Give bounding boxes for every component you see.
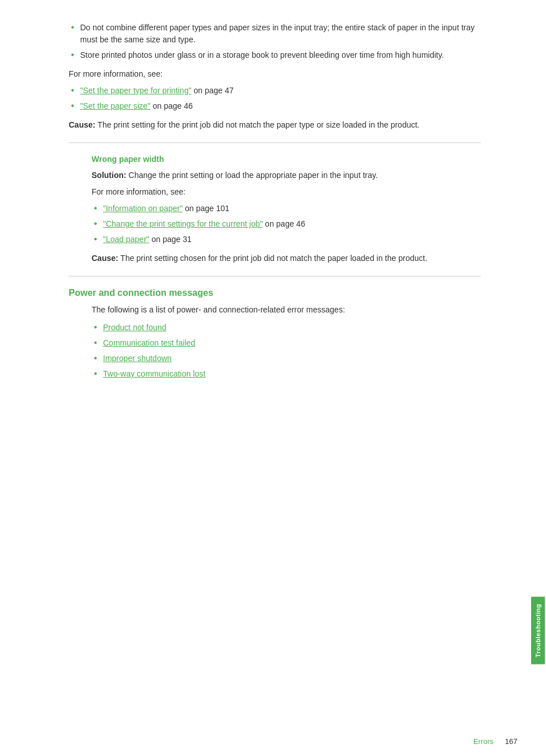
for-more-info-1: For more information, see: (69, 68, 481, 80)
link-item-change-print[interactable]: "Change the print settings for the curre… (92, 218, 481, 230)
link-item-info-paper[interactable]: "Information on paper" on page 101 (92, 203, 481, 215)
link-item-two-way-comm[interactable]: Two-way communication lost (92, 368, 481, 380)
cause-1: Cause: The print setting for the print j… (69, 119, 481, 131)
footer: Errors 167 (473, 737, 517, 746)
link-comm-test-failed[interactable]: Communication test failed (103, 338, 195, 347)
link-paper-type[interactable]: "Set the paper type for printing" (80, 86, 191, 95)
link-item-product-not-found[interactable]: Product not found (92, 322, 481, 334)
wrong-paper-width-section: Wrong paper width Solution: Change the p… (69, 155, 481, 264)
link-improper-shutdown[interactable]: Improper shutdown (103, 354, 172, 363)
power-connection-section: Power and connection messages The follow… (69, 288, 481, 380)
link-item-comm-test-failed[interactable]: Communication test failed (92, 337, 481, 349)
section1-links-list: "Information on paper" on page 101 "Chan… (92, 203, 481, 246)
power-connection-intro: The following is a list of power- and co… (92, 304, 481, 316)
link-load-paper[interactable]: "Load paper" (103, 235, 149, 244)
wrong-paper-width-heading: Wrong paper width (92, 155, 481, 164)
for-more-info-2: For more information, see: (92, 186, 481, 198)
link-item-improper-shutdown[interactable]: Improper shutdown (92, 353, 481, 365)
link-product-not-found[interactable]: Product not found (103, 323, 167, 332)
side-tab: Troubleshooting (530, 0, 546, 756)
solution-1: Solution: Change the print setting or lo… (92, 169, 481, 181)
bullet-item-1: Do not combine different paper types and… (69, 22, 481, 46)
top-links-list: "Set the paper type for printing" on pag… (69, 85, 481, 112)
top-bullet-list: Do not combine different paper types and… (69, 22, 481, 61)
footer-page: 167 (505, 737, 517, 746)
link-change-print[interactable]: "Change the print settings for the curre… (103, 219, 263, 228)
link-two-way-comm[interactable]: Two-way communication lost (103, 369, 205, 378)
link-item-paper-type[interactable]: "Set the paper type for printing" on pag… (69, 85, 481, 97)
bullet-item-2: Store printed photos under glass or in a… (69, 49, 481, 61)
link-paper-size[interactable]: "Set the paper size" (80, 101, 151, 110)
link-info-paper[interactable]: "Information on paper" (103, 204, 183, 213)
link-item-load-paper[interactable]: "Load paper" on page 31 (92, 233, 481, 246)
divider-1 (69, 143, 481, 143)
power-connection-heading: Power and connection messages (69, 288, 481, 298)
cause-2: Cause: The print setting chosen for the … (92, 252, 481, 264)
link-item-paper-size[interactable]: "Set the paper size" on page 46 (69, 100, 481, 112)
side-tab-label: Troubleshooting (531, 597, 545, 664)
divider-2 (69, 276, 481, 276)
power-connection-content: The following is a list of power- and co… (69, 304, 481, 380)
footer-section: Errors (473, 737, 493, 746)
power-connection-links: Product not found Communication test fai… (92, 322, 481, 380)
